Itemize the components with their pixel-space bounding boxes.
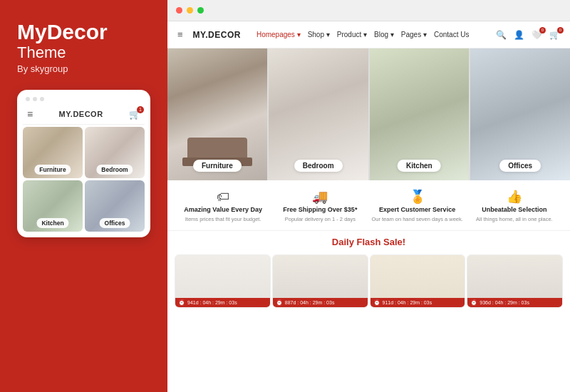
cat-furniture-label: Furniture: [193, 160, 242, 172]
wishlist-badge: 0: [539, 27, 546, 33]
feature-selection-title: Unbeatable Selection: [482, 206, 546, 213]
product-card-4[interactable]: Sofa Couch from Korean ⏰ 936d : 04h : 29…: [467, 254, 563, 308]
browser-dot-green[interactable]: [197, 7, 204, 14]
feature-selection-desc: All things home, all in one place.: [476, 216, 553, 223]
nav-link-homepages[interactable]: Homepages ▾: [256, 31, 301, 38]
nav-logo: MY.DECOR: [193, 30, 241, 40]
cat-bedroom-label: Bedroom: [294, 160, 343, 172]
product-card-1[interactable]: N200X Modern Style Chairs ⏰ 941d : 04h :…: [175, 254, 271, 308]
features-row: 🏷 Amazing Value Every Day Items prices t…: [167, 180, 570, 231]
mobile-cat-bedroom-label: Bedroom: [96, 165, 133, 175]
selection-icon: 👍: [507, 190, 522, 203]
brand-by: By skygroup: [17, 63, 150, 74]
brand-subtitle: Theme: [17, 43, 150, 62]
cat-kitchen[interactable]: Kitchen: [370, 48, 470, 180]
mobile-cat-furniture[interactable]: Furniture: [23, 127, 83, 178]
mobile-category-grid: Furniture Bedroom Kitchen Offices: [23, 127, 145, 232]
cat-offices-label: Offices: [499, 160, 541, 172]
mobile-mockup: ≡ MY.DECOR 🛒 1 Furniture Bedroom Kitchen…: [17, 90, 150, 237]
mobile-dot-1: [26, 97, 30, 101]
product-timer-2: ⏰ 887d : 04h : 29m : 03s: [273, 298, 368, 307]
cat-kitchen-label: Kitchen: [398, 160, 441, 172]
mobile-cart-icon[interactable]: 🛒 1: [129, 109, 140, 120]
service-icon: 🏅: [410, 190, 425, 203]
value-icon: 🏷: [217, 190, 229, 203]
cat-bedroom[interactable]: Bedroom: [269, 48, 368, 180]
mobile-cat-bedroom[interactable]: Bedroom: [85, 127, 145, 178]
right-panel: ≡ MY.DECOR Homepages ▾ Shop ▾ Product ▾ …: [167, 0, 570, 392]
nav-link-pages[interactable]: Pages ▾: [401, 31, 427, 38]
category-grid: Furniture Bedroom Kitchen Offices: [167, 48, 570, 180]
product-grid: N200X Modern Style Chairs ⏰ 941d : 04h :…: [167, 250, 570, 308]
website: ≡ MY.DECOR Homepages ▾ Shop ▾ Product ▾ …: [167, 21, 570, 392]
cart-badge: 0: [557, 27, 564, 33]
nav-links: Homepages ▾ Shop ▾ Product ▾ Blog ▾ Page…: [256, 31, 486, 38]
product-img-3: [370, 255, 465, 298]
wishlist-icon[interactable]: 🤍 0: [532, 30, 542, 40]
product-timer-4: ⏰ 936d : 04h : 29m : 03s: [467, 298, 562, 307]
mobile-cat-offices[interactable]: Offices: [85, 180, 145, 232]
product-timer-1: ⏰ 941d : 04h : 29m : 03s: [175, 298, 270, 307]
timer-icon-3: ⏰: [373, 299, 380, 306]
timer-icon-4: ⏰: [470, 299, 477, 306]
mobile-hamburger-icon[interactable]: ≡: [27, 108, 33, 120]
nav-link-product[interactable]: Product ▾: [337, 31, 367, 38]
mobile-cart-badge: 1: [137, 106, 144, 113]
mobile-cat-kitchen-label: Kitchen: [36, 218, 68, 228]
left-panel: MyDecor Theme By skygroup ≡ MY.DECOR 🛒 1…: [0, 0, 167, 392]
mobile-dots: [23, 97, 145, 105]
feature-value: 🏷 Amazing Value Every Day Items prices t…: [175, 190, 271, 223]
feature-shipping-title: Free Shipping Over $35*: [283, 206, 357, 213]
timer-icon-1: ⏰: [178, 299, 185, 306]
feature-value-desc: Items prices that fit your budget.: [185, 216, 261, 223]
product-timer-3: ⏰ 911d : 04h : 29m : 03s: [370, 298, 465, 307]
feature-service-desc: Our team on hand seven days a week.: [371, 216, 462, 223]
browser-bar: [167, 0, 570, 21]
timer-icon-2: ⏰: [276, 299, 283, 306]
flash-sale-title: Daily Flash Sale!: [167, 237, 570, 247]
mobile-cat-offices-label: Offices: [100, 218, 130, 228]
cat-offices[interactable]: Offices: [470, 48, 570, 180]
mobile-cat-furniture-label: Furniture: [34, 165, 71, 175]
feature-shipping: 🚚 Free Shipping Over $35* Popular delive…: [271, 190, 368, 223]
browser-dot-red[interactable]: [176, 7, 182, 14]
mobile-dot-3: [40, 97, 44, 101]
mobile-dot-2: [33, 97, 37, 101]
flash-sale-section: Daily Flash Sale!: [167, 231, 570, 250]
nav-hamburger-icon[interactable]: ≡: [177, 29, 183, 40]
feature-shipping-desc: Popular delivery on 1 - 2 days: [285, 216, 356, 223]
mobile-cat-kitchen[interactable]: Kitchen: [23, 180, 83, 232]
shipping-icon: 🚚: [312, 190, 328, 203]
navbar: ≡ MY.DECOR Homepages ▾ Shop ▾ Product ▾ …: [167, 21, 570, 48]
product-img-2: [273, 255, 368, 298]
nav-link-shop[interactable]: Shop ▾: [308, 31, 330, 38]
feature-service-title: Expert Customer Service: [379, 206, 455, 213]
user-icon[interactable]: 👤: [514, 30, 524, 40]
product-card-2[interactable]: Bed Full Set from Italia ⏰ 887d : 04h : …: [272, 254, 368, 308]
nav-link-contact[interactable]: Contact Us: [434, 31, 469, 38]
product-card-3[interactable]: Table and Chair Set ⏰ 911d : 04h : 29m :…: [370, 254, 466, 308]
mobile-header: ≡ MY.DECOR 🛒 1: [23, 105, 145, 125]
nav-icons: 🔍 👤 🤍 0 🛒 0: [496, 30, 560, 40]
feature-service: 🏅 Expert Customer Service Our team on ha…: [369, 190, 466, 223]
cat-furniture[interactable]: Furniture: [167, 48, 267, 180]
brand-title: MyDecor: [17, 20, 150, 43]
product-img-4: [467, 255, 562, 298]
mobile-logo: MY.DECOR: [59, 110, 103, 118]
product-img-1: [175, 255, 270, 298]
browser-dot-yellow[interactable]: [187, 7, 193, 14]
nav-link-blog[interactable]: Blog ▾: [374, 31, 394, 38]
feature-selection: 👍 Unbeatable Selection All things home, …: [466, 190, 563, 223]
search-icon[interactable]: 🔍: [496, 30, 507, 40]
cart-icon[interactable]: 🛒 0: [549, 30, 560, 40]
feature-value-title: Amazing Value Every Day: [184, 206, 262, 213]
